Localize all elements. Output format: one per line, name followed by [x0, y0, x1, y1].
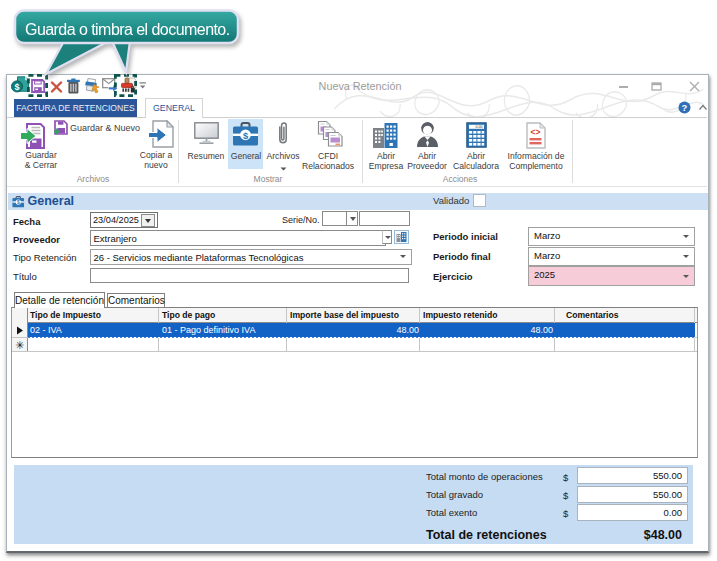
- svg-text:$: $: [243, 130, 249, 141]
- svg-text:Guarda o timbra el documento.: Guarda o timbra el documento.: [25, 21, 230, 38]
- svg-text:$: $: [17, 200, 20, 205]
- svg-text:0.00: 0.00: [476, 125, 483, 129]
- svg-text:<>: <>: [531, 127, 541, 137]
- svg-text:?: ?: [682, 102, 688, 113]
